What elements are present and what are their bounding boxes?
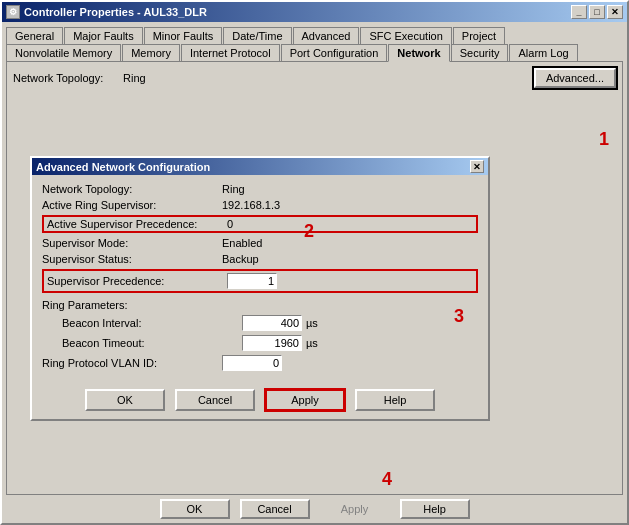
tab-security[interactable]: Security [451,44,509,62]
tab-memory[interactable]: Memory [122,44,180,62]
modal-apply-button[interactable]: Apply [265,389,345,411]
value-topology: Ring [222,183,245,195]
modal-row-beacon-timeout: Beacon Timeout: µs [42,335,478,351]
modal-row-supervisor-mode: Supervisor Mode: Enabled [42,237,478,249]
tab-project[interactable]: Project [453,27,505,44]
tab-minor-faults[interactable]: Minor Faults [144,27,223,44]
beacon-interval-unit: µs [306,317,318,329]
beacon-interval-input[interactable] [242,315,302,331]
label-supervisor-mode: Supervisor Mode: [42,237,222,249]
label-active-supervisor-precedence: Active Supervisor Precedence: [47,218,227,230]
value-supervisor-mode: Enabled [222,237,262,249]
title-bar-controls: _ □ ✕ [571,5,623,19]
label-ring-parameters: Ring Parameters: [42,299,222,311]
modal-row-supervisor-status: Supervisor Status: Backup [42,253,478,265]
modal-row-topology: Network Topology: Ring [42,183,478,195]
cancel-button[interactable]: Cancel [240,499,310,519]
title-bar-text: ⚙ Controller Properties - AUL33_DLR [6,5,207,19]
modal-body: Network Topology: Ring Active Ring Super… [32,175,488,383]
label-supervisor-status: Supervisor Status: [42,253,222,265]
label-ring-supervisor: Active Ring Supervisor: [42,199,222,211]
highlighted-row-active-precedence: Active Supervisor Precedence: 0 [42,215,478,233]
tab-advanced[interactable]: Advanced [293,27,360,44]
advanced-network-dialog: Advanced Network Configuration ✕ Network… [30,156,490,421]
tab-alarm-log[interactable]: Alarm Log [509,44,577,62]
title-bar: ⚙ Controller Properties - AUL33_DLR _ □ … [2,2,627,22]
modal-row-beacon-interval: Beacon Interval: µs [42,315,478,331]
tab-internet-protocol[interactable]: Internet Protocol [181,44,280,62]
modal-help-button[interactable]: Help [355,389,435,411]
apply-button[interactable]: Apply [320,499,390,519]
modal-row-ring-supervisor: Active Ring Supervisor: 192.168.1.3 [42,199,478,211]
modal-ok-button[interactable]: OK [85,389,165,411]
label-beacon-interval: Beacon Interval: [62,317,242,329]
value-supervisor-status: Backup [222,253,259,265]
tab-general[interactable]: General [6,27,63,44]
advanced-button[interactable]: Advanced... [534,68,616,88]
value-active-supervisor-precedence: 0 [227,218,233,230]
supervisor-precedence-input[interactable] [227,273,277,289]
vlan-id-input[interactable] [222,355,282,371]
help-button[interactable]: Help [400,499,470,519]
main-content: Network Topology: Ring Advanced... Advan… [2,61,627,523]
window-icon: ⚙ [6,5,20,19]
tab-row-1: General Major Faults Minor Faults Date/T… [6,26,623,43]
close-button[interactable]: ✕ [607,5,623,19]
modal-row-ring-parameters: Ring Parameters: [42,299,478,311]
tab-datetime[interactable]: Date/Time [223,27,291,44]
modal-title-text: Advanced Network Configuration [36,161,210,173]
main-window: ⚙ Controller Properties - AUL33_DLR _ □ … [0,0,629,525]
modal-close-button[interactable]: ✕ [470,160,484,173]
maximize-button[interactable]: □ [589,5,605,19]
beacon-timeout-input[interactable] [242,335,302,351]
tab-nonvolatile-memory[interactable]: Nonvolatile Memory [6,44,121,62]
tab-row-2: Nonvolatile Memory Memory Internet Proto… [6,43,623,61]
tab-major-faults[interactable]: Major Faults [64,27,143,44]
modal-row-vlan-id: Ring Protocol VLAN ID: [42,355,478,371]
tab-network[interactable]: Network [388,44,449,62]
highlighted-row-supervisor-precedence: Supervisor Precedence: [42,269,478,293]
tab-rows: General Major Faults Minor Faults Date/T… [2,22,627,61]
label-topology: Network Topology: [42,183,222,195]
tab-sfc-execution[interactable]: SFC Execution [360,27,451,44]
modal-cancel-button[interactable]: Cancel [175,389,255,411]
modal-title-bar: Advanced Network Configuration ✕ [32,158,488,175]
value-ring-supervisor: 192.168.1.3 [222,199,280,211]
label-vlan-id: Ring Protocol VLAN ID: [42,357,222,369]
modal-button-row: OK Cancel Apply Help [32,383,488,419]
label-beacon-timeout: Beacon Timeout: [62,337,242,349]
ok-button[interactable]: OK [160,499,230,519]
bottom-button-bar: OK Cancel Apply Help [2,495,627,523]
topology-value: Ring [123,72,146,84]
tab-content: Network Topology: Ring Advanced... Advan… [6,61,623,495]
label-supervisor-precedence: Supervisor Precedence: [47,275,227,287]
beacon-timeout-unit: µs [306,337,318,349]
tab-port-configuration[interactable]: Port Configuration [281,44,388,62]
network-topology-row: Network Topology: Ring Advanced... [13,68,616,88]
topology-label: Network Topology: [13,72,123,84]
minimize-button[interactable]: _ [571,5,587,19]
